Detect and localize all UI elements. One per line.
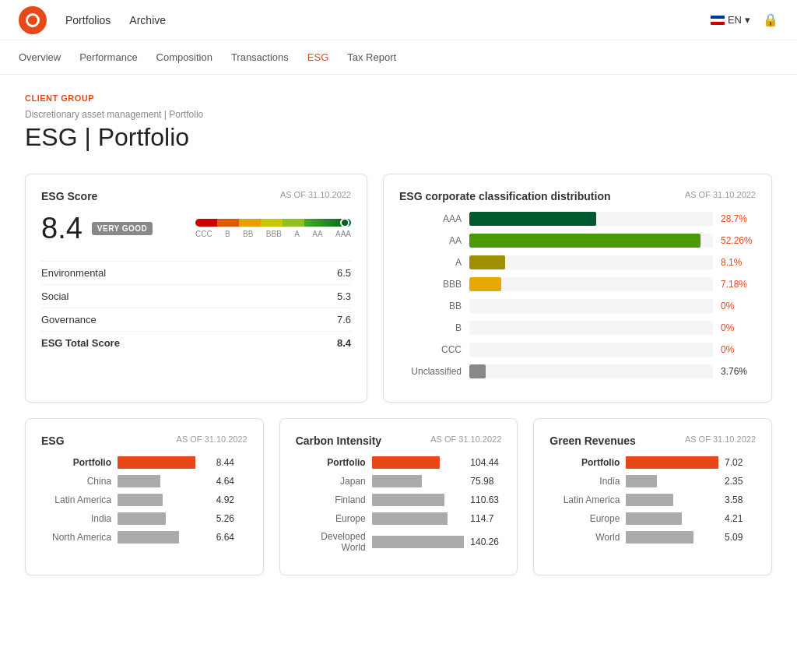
esg-score-title: ESG Score: [41, 190, 97, 202]
bottom-cards-row: ESG AS OF 31.10.2022 Portfolio 8.44 Chin…: [25, 418, 772, 575]
bar-row: China 4.64: [41, 475, 248, 487]
bar-wrap: [118, 494, 210, 506]
logo-inner: [26, 13, 40, 27]
bar-row: Portfolio 104.44: [296, 456, 502, 469]
carbon-header: Carbon Intensity AS OF 31.10.2022: [296, 435, 502, 447]
carbon-card: Carbon Intensity AS OF 31.10.2022 Portfo…: [279, 418, 518, 575]
bar: [626, 456, 718, 469]
lock-icon[interactable]: 🔒: [763, 12, 778, 27]
bar-label: Europe: [549, 513, 620, 524]
bar: [118, 494, 163, 506]
bar-label: Japan: [296, 476, 366, 487]
bar-row: North America 6.64: [41, 531, 248, 544]
esg-score-date: AS OF 31.10.2022: [280, 190, 351, 199]
bar: [118, 531, 179, 544]
dist-bar-value: 3.76%: [721, 366, 756, 377]
bar-wrap: [118, 512, 210, 525]
gauge-dot: [340, 218, 349, 227]
bar-value: 7.02: [725, 457, 756, 468]
bar-value: 3.58: [725, 494, 756, 505]
tab-overview[interactable]: Overview: [19, 51, 61, 63]
dist-bar-wrap: [469, 277, 713, 291]
page-title: ESG | Portfolio: [25, 123, 772, 152]
dist-bar-label: A: [399, 257, 462, 268]
bar: [372, 475, 422, 487]
esg-score-main: 8.4 VERY GOOD CCC B BB BBB A AA AAA: [41, 212, 351, 245]
tab-performance[interactable]: Performance: [79, 51, 137, 63]
bar: [118, 456, 195, 469]
dist-bar-label: AAA: [399, 213, 462, 224]
distribution-bars: AAA 28.7% AA 52.26% A 8.1% BBB 7.18% BB …: [399, 212, 756, 378]
chevron-down-icon: ▾: [745, 14, 750, 26]
dist-bar-row: BB 0%: [399, 299, 756, 313]
nav-right: EN ▾ 🔒: [711, 12, 778, 27]
bar: [372, 536, 465, 548]
bar-value: 4.21: [725, 513, 756, 524]
client-group-label: CLIENT GROUP: [25, 93, 772, 103]
bar: [626, 531, 693, 544]
dist-bar-value: 7.18%: [721, 279, 756, 290]
total-value: 8.4: [337, 337, 351, 349]
governance-value: 7.6: [337, 314, 351, 325]
tab-transactions[interactable]: Transactions: [231, 51, 289, 63]
bar-label: North America: [41, 532, 111, 543]
bar-label: India: [549, 476, 620, 487]
dist-bar-label: BB: [399, 301, 462, 311]
nav-portfolios[interactable]: Portfolios: [65, 14, 111, 26]
gauge-label-ccc: CCC: [195, 230, 212, 238]
nav-archive[interactable]: Archive: [129, 14, 166, 26]
dist-bar: [469, 255, 505, 269]
bar-value: 110.63: [470, 494, 501, 505]
dist-bar: [469, 234, 700, 248]
logo[interactable]: [19, 6, 47, 34]
dist-bar-wrap: [469, 343, 713, 357]
dist-bar-label: CCC: [399, 344, 462, 355]
dist-bar-row: BBB 7.18%: [399, 277, 756, 291]
esg-score-card-header: ESG Score AS OF 31.10.2022: [41, 190, 351, 202]
tab-composition[interactable]: Composition: [156, 51, 212, 63]
bar-row: Developed World 140.26: [296, 531, 502, 553]
gauge-label-bbb: BBB: [266, 230, 282, 238]
bar: [118, 512, 166, 525]
dist-card-header: ESG corporate classification distributio…: [399, 190, 756, 202]
dist-bar-wrap: [469, 321, 713, 335]
esg-score-value: 8.4: [41, 212, 83, 245]
bar-wrap: [626, 456, 718, 469]
bar-wrap: [626, 494, 718, 506]
bar-row: Finland 110.63: [296, 494, 502, 506]
governance-label: Governance: [41, 314, 97, 325]
dist-bar-value: 8.1%: [721, 257, 756, 268]
dist-card-title: ESG corporate classification distributio…: [399, 190, 611, 202]
language-selector[interactable]: EN ▾: [711, 14, 750, 26]
dist-bar-wrap: [469, 234, 713, 248]
dist-bar-value: 0%: [721, 301, 756, 311]
gauge-label-aa: AA: [312, 230, 322, 238]
tab-esg[interactable]: ESG: [307, 51, 328, 63]
score-row-social: Social 5.3: [41, 284, 351, 308]
esg-mini-bars: Portfolio 8.44 China 4.64 Latin America …: [41, 456, 248, 544]
dist-bar-label: B: [399, 322, 462, 333]
esg-mini-title: ESG: [41, 435, 65, 447]
score-row-environmental: Environmental 6.5: [41, 261, 351, 284]
social-value: 5.3: [337, 290, 351, 302]
gauge-label-bb: BB: [243, 230, 253, 238]
bar-row: Latin America 3.58: [549, 494, 756, 506]
esg-distribution-card: ESG corporate classification distributio…: [383, 174, 772, 403]
dist-bar-row: A 8.1%: [399, 255, 756, 269]
carbon-title: Carbon Intensity: [296, 435, 381, 447]
bar-wrap: [372, 512, 465, 525]
bar-value: 5.26: [216, 513, 248, 524]
bar-label: Portfolio: [41, 457, 111, 468]
total-label: ESG Total Score: [41, 337, 120, 349]
social-label: Social: [41, 290, 68, 302]
bar: [372, 512, 448, 525]
bar-value: 8.44: [216, 457, 248, 468]
tab-tax-report[interactable]: Tax Report: [347, 51, 396, 63]
sub-navigation: Overview Performance Composition Transac…: [0, 40, 797, 75]
bar-wrap: [118, 475, 210, 487]
bar-wrap: [626, 475, 718, 487]
bar: [626, 512, 681, 525]
dist-bar-wrap: [469, 255, 713, 269]
esg-mini-card: ESG AS OF 31.10.2022 Portfolio 8.44 Chin…: [25, 418, 264, 575]
bar-row: Europe 114.7: [296, 512, 502, 525]
